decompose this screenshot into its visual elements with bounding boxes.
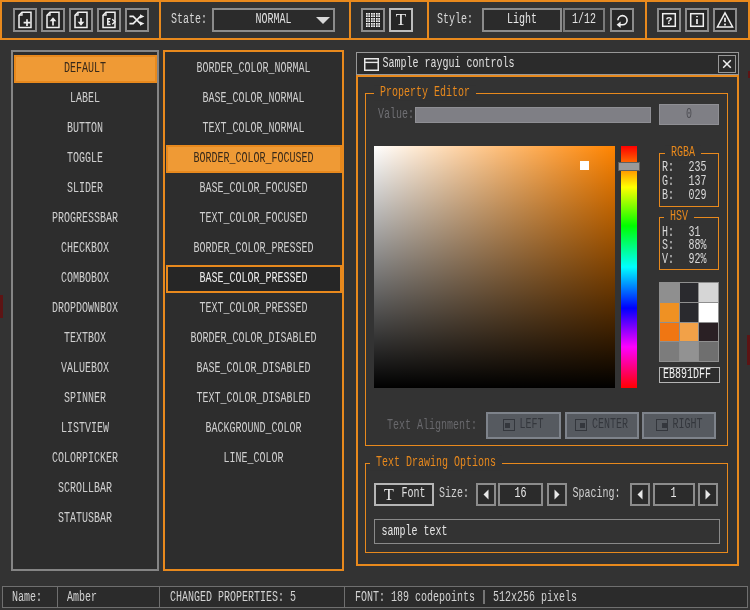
svg-text:?: ? bbox=[666, 15, 673, 27]
